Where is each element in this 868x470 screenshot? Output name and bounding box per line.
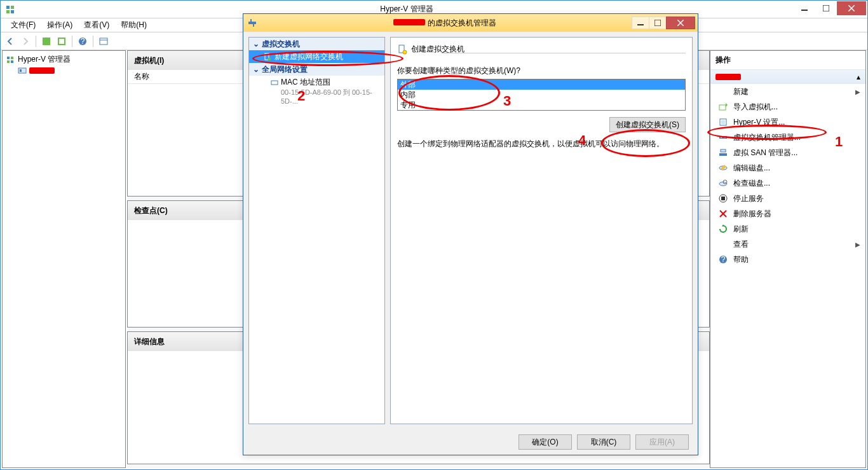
mac-label: MAC 地址范围 <box>281 77 330 88</box>
svg-rect-42 <box>654 20 661 26</box>
tool-action-2[interactable] <box>55 34 69 48</box>
hyperv-icon <box>6 4 16 15</box>
tree-root[interactable]: Hyper-V 管理器 <box>4 53 124 66</box>
menu-help[interactable]: 帮助(H) <box>116 18 152 32</box>
switch-type-internal[interactable]: 内部 <box>398 90 685 100</box>
refresh-icon <box>718 224 728 234</box>
cancel-button[interactable]: 取消(C) <box>577 434 630 450</box>
svg-rect-41 <box>637 24 644 25</box>
action-edit-disk[interactable]: 编辑磁盘... <box>710 160 865 176</box>
maximize-button[interactable] <box>815 1 837 15</box>
redacted-server-name-2 <box>715 74 741 80</box>
svg-rect-18 <box>11 60 13 63</box>
delete-icon <box>718 209 728 219</box>
hyperv-icon <box>6 55 15 64</box>
action-label: 查看 <box>733 239 749 250</box>
close-button[interactable] <box>837 1 866 15</box>
svg-rect-2 <box>6 10 10 13</box>
action-vsan-manager[interactable]: 虚拟 SAN 管理器... <box>710 145 865 160</box>
svg-point-49 <box>403 50 407 54</box>
switch-type-listbox[interactable]: 外部 内部 专用 <box>397 79 686 111</box>
action-stop-service[interactable]: 停止服务 <box>710 191 865 206</box>
dialog-close-button[interactable] <box>666 17 695 29</box>
svg-rect-17 <box>7 60 10 63</box>
collapse-icon: ⌄ <box>253 39 259 48</box>
action-hyperv-settings[interactable]: Hyper-V 设置... <box>710 114 865 130</box>
svg-point-25 <box>721 137 722 138</box>
menu-view[interactable]: 查看(V) <box>79 18 114 32</box>
svg-rect-47 <box>271 81 278 85</box>
switch-type-external[interactable]: 外部 <box>398 79 685 90</box>
console-tree[interactable]: Hyper-V 管理器 <box>2 50 126 468</box>
settings-icon <box>718 117 728 127</box>
import-icon <box>718 102 728 112</box>
nav-section-global[interactable]: ⌄ 全局网络设置 <box>249 63 384 76</box>
action-inspect-disk[interactable]: 检查磁盘... <box>710 176 865 191</box>
nav-fwd-button[interactable] <box>18 34 32 48</box>
blank-icon <box>718 239 728 249</box>
dialog-content: 创建虚拟交换机 你要创建哪种类型的虚拟交换机(W)? 外部 内部 专用 创建虚拟… <box>390 37 693 424</box>
redacted-server-name <box>29 67 55 74</box>
svg-rect-1 <box>11 6 14 9</box>
tool-action-1[interactable] <box>39 34 53 48</box>
menu-file[interactable]: 文件(F) <box>6 18 41 32</box>
minimize-button[interactable] <box>794 1 815 15</box>
vsan-icon <box>718 148 728 158</box>
menu-action[interactable]: 操作(A) <box>42 18 78 32</box>
toolbar-sep-2 <box>72 36 72 47</box>
help-icon: ? <box>718 254 728 265</box>
switch-type-private[interactable]: 专用 <box>398 100 685 110</box>
action-new[interactable]: 新建 ▶ <box>710 84 865 99</box>
dialog-nav-tree[interactable]: ⌄ 虚拟交换机 新建虚拟网络交换机 ⌄ 全局网络设置 MAC 地址范围 00-1… <box>248 37 385 424</box>
nav-back-button[interactable] <box>3 34 17 48</box>
svg-rect-28 <box>721 149 726 152</box>
svg-rect-23 <box>721 120 725 124</box>
action-vswitch-manager[interactable]: 虚拟交换机管理器... <box>710 130 865 145</box>
svg-rect-3 <box>11 10 14 13</box>
tree-root-label: Hyper-V 管理器 <box>18 54 71 65</box>
dialog-titlebar[interactable]: 的虚拟交换机管理器 <box>243 14 698 32</box>
action-import-vm[interactable]: 导入虚拟机... <box>710 99 865 114</box>
tree-server-node[interactable] <box>15 66 124 76</box>
actions-pane: 操作 ▴ 新建 ▶ 导入虚拟机... Hyper-V 设置... 虚拟交换机管理… <box>710 50 866 468</box>
action-view[interactable]: 查看 ▶ <box>710 237 865 252</box>
vswitch-manager-dialog: 的虚拟交换机管理器 ⌄ 虚拟交换机 新建虚拟网络交换机 ⌄ 全局网络设置 <box>243 13 698 455</box>
svg-rect-0 <box>6 6 10 9</box>
svg-point-26 <box>724 137 726 138</box>
stop-icon <box>718 193 728 204</box>
svg-rect-20 <box>20 69 22 72</box>
ok-button[interactable]: 确定(O) <box>519 434 572 450</box>
action-remove-server[interactable]: 删除服务器 <box>710 206 865 221</box>
svg-rect-38 <box>248 22 256 24</box>
svg-rect-40 <box>253 24 254 27</box>
svg-rect-33 <box>721 197 725 200</box>
redacted-server-name-3 <box>393 19 425 25</box>
action-help[interactable]: ? 帮助 <box>710 252 865 267</box>
nav-section-vswitches[interactable]: ⌄ 虚拟交换机 <box>249 38 384 50</box>
tool-help-button[interactable]: ? <box>76 34 90 48</box>
action-label: 删除服务器 <box>733 209 771 219</box>
action-label: 新建 <box>733 86 749 97</box>
new-switch-icon <box>263 53 271 60</box>
action-label: Hyper-V 设置... <box>733 117 785 128</box>
dialog-window-buttons <box>632 17 695 29</box>
svg-rect-13 <box>100 38 107 45</box>
action-label: 帮助 <box>733 254 749 265</box>
collapse-icon[interactable]: ▴ <box>857 73 860 81</box>
dialog-minimize-button[interactable] <box>632 17 649 29</box>
dialog-footer: 确定(O) 取消(C) 应用(A) <box>243 429 698 455</box>
dialog-maximize-button[interactable] <box>649 17 667 29</box>
nav-new-vswitch[interactable]: 新建虚拟网络交换机 <box>249 50 384 63</box>
edit-disk-icon <box>718 163 728 173</box>
svg-rect-4 <box>801 10 808 11</box>
apply-button[interactable]: 应用(A) <box>635 434 689 450</box>
svg-rect-16 <box>11 57 13 59</box>
server-icon <box>18 66 27 75</box>
mac-icon <box>271 79 278 86</box>
submenu-arrow-icon: ▶ <box>855 241 860 248</box>
action-refresh[interactable]: 刷新 <box>710 221 865 237</box>
tool-properties-button[interactable] <box>97 34 111 48</box>
create-vswitch-button[interactable]: 创建虚拟交换机(S) <box>609 117 686 132</box>
vswitch-icon <box>718 132 728 142</box>
nav-mac-range[interactable]: MAC 地址范围 00-15-5D-A8-69-00 到 00-15-5D-..… <box>249 76 384 106</box>
